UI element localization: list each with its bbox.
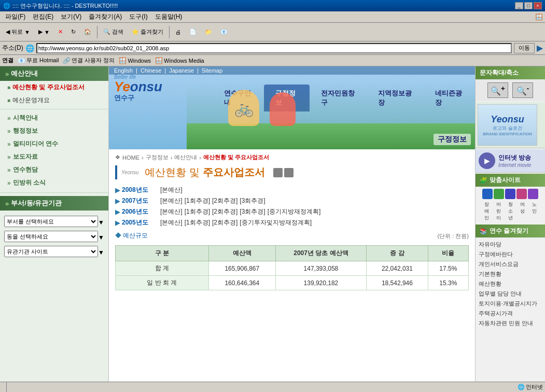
year-2006-main[interactable]: [본예산] — [160, 207, 183, 216]
rs-link-0[interactable]: 자유마당 — [479, 240, 542, 249]
globe-icon: 🌐 — [25, 44, 34, 52]
refresh-button[interactable]: ↻ — [67, 25, 79, 39]
rs-link-4[interactable]: 예산현황 — [479, 279, 542, 289]
sidebar-item-policy[interactable]: » 시책안내 — [0, 111, 108, 124]
hero-label: 구정정보 — [434, 134, 471, 145]
dept-select-2[interactable]: 동을 선택하세요 — [4, 231, 98, 242]
zoom-out-button[interactable]: 🔍- — [512, 82, 533, 98]
quick-icon-elder[interactable] — [528, 189, 538, 199]
media-print-button[interactable]: 🖨 — [172, 25, 185, 39]
menu-tools[interactable]: 도구(I) — [126, 11, 150, 22]
sidebar-item-admin[interactable]: » 행정정보 — [0, 124, 108, 137]
close-button[interactable]: × — [534, 2, 542, 9]
folder-button[interactable]: 📁 — [201, 25, 216, 39]
back-arrow-icon: ◀ — [6, 29, 10, 35]
year-2008-main[interactable]: [본예산] — [160, 186, 183, 194]
forward-button[interactable]: ▶ ▼ — [35, 25, 53, 39]
year-2006-2nd[interactable]: [2회추경] — [212, 207, 237, 216]
lang-sitemap[interactable]: Sitemap — [202, 67, 222, 74]
menu-file[interactable]: 파일(F) — [2, 11, 29, 22]
lang-english[interactable]: English — [114, 67, 133, 74]
year-2007-2nd[interactable]: [2회추경] — [212, 197, 237, 205]
sidebar-item-media[interactable]: » 멀티미디어 연수 — [0, 137, 108, 150]
category-general: 일 반 회 계 — [116, 276, 209, 290]
year-2005-1st[interactable]: [1회추경] — [185, 218, 210, 227]
windows-media-link[interactable]: 🪟 Windows Media — [155, 57, 204, 64]
bullet-icon: ■ — [7, 85, 10, 90]
rs-link-2[interactable]: 개인서비스요금 — [479, 259, 542, 269]
home-button[interactable]: 🏠 — [80, 25, 95, 39]
year-2005-2nd[interactable]: [2회추경] — [212, 218, 237, 227]
dept-select-3[interactable]: 유관기관 사이트 — [4, 246, 98, 257]
rs-link-8[interactable]: 자동차관련 민원 안내 — [479, 318, 542, 328]
back-dropdown-icon[interactable]: ▼ — [24, 29, 30, 35]
rs-link-3[interactable]: 기본현황 — [479, 269, 542, 279]
zoom-controls: 🔍+ 🔍- — [476, 79, 545, 101]
mail-button[interactable]: 📧 — [217, 25, 231, 39]
year-2007-1st[interactable]: [1회추경] — [185, 197, 210, 205]
menu-view[interactable]: 보기(V) — [58, 11, 85, 22]
year-2007-main[interactable]: [본예산] — [160, 197, 183, 205]
breadcrumb-home[interactable]: HOME — [122, 155, 139, 161]
quick-icon-child[interactable] — [494, 189, 504, 199]
lang-chinese[interactable]: Chinese — [141, 67, 161, 74]
title-bar-title: 🌐 :::: 연수구형입니다. :::: - DESTRUKTO!!!!! — [3, 2, 118, 10]
lang-japanese[interactable]: Japanese — [169, 67, 194, 74]
go-button[interactable]: 이동 — [514, 43, 535, 53]
year-2006-1st[interactable]: [1회추경] — [185, 207, 210, 216]
year-2005-main[interactable]: [본예산] — [160, 218, 183, 227]
stop-button[interactable]: ✕ — [54, 25, 66, 39]
rs-link-6[interactable]: 토지이용·개별공시지가 — [479, 299, 542, 309]
email-icon[interactable] — [284, 168, 294, 177]
quick-icon-disabled[interactable] — [482, 189, 493, 199]
menu-edit[interactable]: 편집(E) — [30, 11, 57, 22]
sidebar-item-press[interactable]: » 보도자료 — [0, 150, 108, 163]
custom-site-title: 🧩 맞춤사이트 — [476, 174, 545, 187]
hotmail-link[interactable]: 📧 무료 Hotmail — [18, 57, 59, 64]
sidebar-item-consultation[interactable]: » 연수현담 — [0, 163, 108, 176]
year-2005-label: 2005년도 — [122, 218, 158, 227]
col-prev-budget: 2007년 당초 예산액 — [275, 246, 367, 261]
brand-content[interactable]: Yeonsu 로고와 슬로건 BRAND IDENTIFICATION — [476, 102, 545, 148]
windows-link[interactable]: 🪟 Windows — [119, 57, 151, 64]
sidebar-item-budget-operation[interactable]: ■ 예산운영개요 — [0, 94, 108, 107]
budget-general: 160,646,364 — [209, 276, 276, 290]
customize-icon: 🔗 — [63, 57, 71, 64]
sidebar-item-budget-current[interactable]: ■ 예산현황 및 주요사업조서 — [0, 81, 108, 94]
back-button[interactable]: ◀ 뒤로 ▼ — [2, 25, 34, 39]
maximize-button[interactable]: □ — [524, 2, 533, 9]
movie-link[interactable]: ▶ 인터넷 방송 Internet movie — [476, 149, 545, 173]
breadcrumb-sep-2: › — [171, 155, 173, 161]
zoom-title: 문자확대/축소 — [476, 66, 545, 79]
dept-select-1[interactable]: 부서를 선택하세요 — [4, 216, 98, 227]
quick-icon-woman[interactable] — [516, 189, 527, 199]
year-2006-mid[interactable]: [중기지방재정계획] — [268, 207, 321, 216]
rs-link-7[interactable]: 주택공시가격 — [479, 309, 542, 318]
sidebar-item-civil-defense[interactable]: » 민방위 소식 — [0, 176, 108, 189]
year-2006-3rd[interactable]: [3회추경] — [240, 207, 265, 216]
year-2007-3rd[interactable]: [3회추경] — [240, 197, 265, 205]
print-icon[interactable] — [273, 168, 283, 177]
title-bar-buttons[interactable]: _ □ × — [515, 2, 542, 9]
dept-select-wrap-2: 동을 선택하세요 ▼ — [4, 231, 104, 244]
zoom-in-button[interactable]: 🔍+ — [487, 82, 508, 98]
media-button[interactable]: 📄 — [186, 25, 200, 39]
brand-image[interactable]: Yeonsu 로고와 슬로건 BRAND IDENTIFICATION — [478, 104, 537, 146]
budget-table: 구 분 예산액 2007년 당초 예산액 증 감 비율 합 계 165,906,… — [115, 245, 469, 290]
search-button[interactable]: 🔍 검색 — [100, 25, 127, 39]
menu-favorites[interactable]: 즐겨찾기(A) — [86, 11, 125, 22]
quick-icon-youth[interactable] — [505, 189, 515, 199]
year-2005-mid[interactable]: [중기투자및지방재정계획] — [240, 218, 312, 227]
forward-dropdown-icon[interactable]: ▼ — [44, 29, 50, 35]
breadcrumb-section[interactable]: 구정정보 — [146, 153, 169, 161]
customize-link[interactable]: 🔗 연결 사용자 정의 — [63, 57, 115, 64]
rs-link-1[interactable]: 구정에바란다 — [479, 249, 542, 259]
rs-link-5[interactable]: 업무별 담당 안내 — [479, 289, 542, 299]
favorites-button[interactable]: ⭐ 즐겨찾기 — [128, 25, 167, 39]
address-input[interactable] — [38, 45, 510, 51]
breadcrumb-sub[interactable]: 예산안내 — [174, 153, 197, 161]
menu-help[interactable]: 도움말(H) — [152, 11, 186, 22]
minimize-button[interactable]: _ — [515, 2, 523, 9]
budget-scale-link[interactable]: ◆ 예산규모 — [115, 231, 148, 240]
forward-arrow-icon: ▶ — [38, 29, 43, 35]
